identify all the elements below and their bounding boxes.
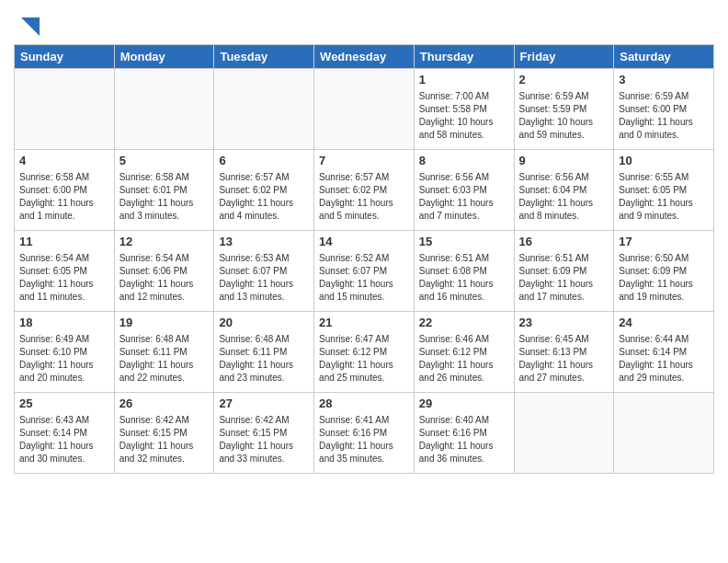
- day-info: Daylight: 11 hours: [219, 359, 309, 372]
- calendar-cell: 18Sunrise: 6:49 AMSunset: 6:10 PMDayligh…: [15, 312, 115, 393]
- day-info: Sunset: 6:07 PM: [219, 265, 309, 278]
- day-number: 22: [419, 315, 509, 331]
- day-info: and 27 minutes.: [519, 372, 609, 385]
- day-info: Sunset: 6:11 PM: [119, 346, 210, 359]
- svg-marker-0: [21, 17, 40, 36]
- logo-icon: [17, 13, 44, 40]
- day-number: 5: [119, 153, 210, 169]
- day-number: 14: [319, 234, 409, 250]
- day-number: 17: [619, 234, 709, 250]
- day-number: 24: [619, 315, 709, 331]
- day-info: Sunrise: 6:41 AM: [319, 414, 409, 427]
- calendar-cell: 7Sunrise: 6:57 AMSunset: 6:02 PMDaylight…: [314, 150, 415, 231]
- column-header-thursday: Thursday: [414, 45, 514, 69]
- calendar-cell: 28Sunrise: 6:41 AMSunset: 6:16 PMDayligh…: [314, 393, 415, 474]
- day-info: Daylight: 11 hours: [419, 197, 509, 210]
- day-info: Sunset: 6:10 PM: [19, 346, 109, 359]
- column-header-tuesday: Tuesday: [214, 45, 314, 69]
- day-info: Daylight: 11 hours: [119, 278, 210, 291]
- day-info: Sunrise: 6:45 AM: [519, 333, 609, 346]
- day-info: Sunrise: 6:58 AM: [19, 171, 109, 184]
- logo: [14, 13, 44, 40]
- day-info: and 1 minute.: [19, 210, 109, 223]
- calendar-cell: 15Sunrise: 6:51 AMSunset: 6:08 PMDayligh…: [414, 231, 514, 312]
- day-info: Daylight: 11 hours: [619, 116, 709, 129]
- day-info: Sunrise: 6:57 AM: [219, 171, 309, 184]
- day-number: 29: [419, 396, 509, 412]
- day-info: and 16 minutes.: [419, 291, 509, 304]
- day-info: Daylight: 11 hours: [619, 197, 709, 210]
- day-number: 12: [119, 234, 210, 250]
- day-info: Daylight: 11 hours: [219, 440, 309, 453]
- column-header-wednesday: Wednesday: [314, 45, 415, 69]
- day-info: Sunrise: 6:40 AM: [419, 414, 509, 427]
- day-info: and 3 minutes.: [119, 210, 210, 223]
- day-number: 15: [419, 234, 509, 250]
- calendar-cell: 6Sunrise: 6:57 AMSunset: 6:02 PMDaylight…: [214, 150, 314, 231]
- day-info: Sunset: 6:04 PM: [519, 184, 609, 197]
- day-number: 8: [419, 153, 509, 169]
- day-info: and 26 minutes.: [419, 372, 509, 385]
- calendar-cell: 27Sunrise: 6:42 AMSunset: 6:15 PMDayligh…: [214, 393, 314, 474]
- calendar-cell: 13Sunrise: 6:53 AMSunset: 6:07 PMDayligh…: [214, 231, 314, 312]
- day-number: 23: [519, 315, 609, 331]
- day-info: Sunset: 6:06 PM: [119, 265, 210, 278]
- calendar-cell: [114, 69, 214, 150]
- day-info: and 22 minutes.: [119, 372, 210, 385]
- day-info: Sunset: 6:12 PM: [419, 346, 509, 359]
- day-info: and 33 minutes.: [219, 453, 309, 465]
- day-number: 13: [219, 234, 309, 250]
- calendar-cell: 25Sunrise: 6:43 AMSunset: 6:14 PMDayligh…: [15, 393, 115, 474]
- day-info: and 15 minutes.: [319, 291, 409, 304]
- calendar-cell: 23Sunrise: 6:45 AMSunset: 6:13 PMDayligh…: [514, 312, 614, 393]
- calendar-cell: 29Sunrise: 6:40 AMSunset: 6:16 PMDayligh…: [414, 393, 514, 474]
- day-info: Sunset: 6:15 PM: [119, 427, 210, 440]
- day-info: Sunrise: 6:42 AM: [219, 414, 309, 427]
- day-info: and 8 minutes.: [519, 210, 609, 223]
- day-info: Daylight: 11 hours: [119, 359, 210, 372]
- day-info: Sunrise: 6:52 AM: [319, 252, 409, 265]
- day-info: Daylight: 11 hours: [19, 359, 109, 372]
- calendar-header-row: SundayMondayTuesdayWednesdayThursdayFrid…: [15, 45, 714, 69]
- day-info: Daylight: 11 hours: [619, 359, 709, 372]
- day-info: Daylight: 11 hours: [419, 440, 509, 453]
- day-info: Sunset: 6:01 PM: [119, 184, 210, 197]
- day-number: 18: [19, 315, 109, 331]
- day-info: Sunset: 6:07 PM: [319, 265, 409, 278]
- day-info: Daylight: 11 hours: [19, 440, 109, 453]
- day-number: 4: [19, 153, 109, 169]
- week-row-2: 11Sunrise: 6:54 AMSunset: 6:05 PMDayligh…: [15, 231, 714, 312]
- calendar-cell: [514, 393, 614, 474]
- day-info: and 58 minutes.: [419, 129, 509, 142]
- day-info: Sunset: 6:12 PM: [319, 346, 409, 359]
- day-info: Sunset: 6:08 PM: [419, 265, 509, 278]
- column-header-sunday: Sunday: [15, 45, 115, 69]
- day-info: Sunset: 6:02 PM: [219, 184, 309, 197]
- column-header-monday: Monday: [114, 45, 214, 69]
- calendar-cell: 24Sunrise: 6:44 AMSunset: 6:14 PMDayligh…: [614, 312, 714, 393]
- day-info: Daylight: 11 hours: [319, 359, 409, 372]
- day-info: Sunrise: 6:43 AM: [19, 414, 109, 427]
- day-info: and 7 minutes.: [419, 210, 509, 223]
- day-info: Daylight: 11 hours: [519, 278, 609, 291]
- day-info: Sunset: 6:13 PM: [519, 346, 609, 359]
- day-info: Sunset: 6:09 PM: [619, 265, 709, 278]
- day-info: Sunrise: 6:54 AM: [119, 252, 210, 265]
- day-info: Daylight: 11 hours: [319, 440, 409, 453]
- day-info: Daylight: 11 hours: [419, 359, 509, 372]
- day-info: Daylight: 11 hours: [119, 440, 210, 453]
- day-info: Sunrise: 6:51 AM: [419, 252, 509, 265]
- day-info: Sunrise: 7:00 AM: [419, 90, 509, 103]
- day-info: Sunrise: 6:51 AM: [519, 252, 609, 265]
- day-info: and 17 minutes.: [519, 291, 609, 304]
- day-info: Daylight: 11 hours: [219, 197, 309, 210]
- day-info: Sunset: 6:14 PM: [19, 427, 109, 440]
- calendar-cell: 8Sunrise: 6:56 AMSunset: 6:03 PMDaylight…: [414, 150, 514, 231]
- day-info: and 35 minutes.: [319, 453, 409, 465]
- day-info: Daylight: 11 hours: [319, 278, 409, 291]
- column-header-saturday: Saturday: [614, 45, 714, 69]
- day-info: Sunrise: 6:49 AM: [19, 333, 109, 346]
- calendar-cell: [214, 69, 314, 150]
- calendar-cell: [614, 393, 714, 474]
- day-info: Sunrise: 6:48 AM: [219, 333, 309, 346]
